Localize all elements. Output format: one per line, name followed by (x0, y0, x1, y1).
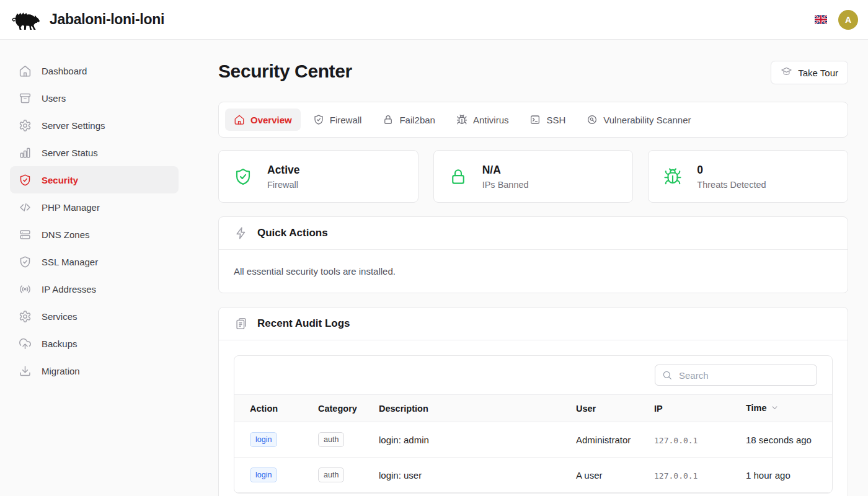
column-header-user[interactable]: User (576, 395, 654, 422)
quick-actions-header: Quick Actions (219, 217, 848, 250)
uk-flag-icon[interactable] (815, 15, 827, 24)
clipboard-icon (234, 317, 248, 330)
avatar[interactable]: A (838, 10, 858, 30)
graduation-cap-icon (781, 65, 792, 80)
main-content: Security Center Take Tour OverviewFirewa… (188, 40, 868, 496)
audit-table: ActionCategoryDescriptionUserIPTime logi… (234, 394, 832, 493)
search-input[interactable] (655, 365, 817, 386)
stat-value: N/A (482, 162, 529, 177)
ip-value: 127.0.0.1 (654, 471, 698, 480)
tab-firewall[interactable]: Firewall (304, 108, 371, 131)
stat-text: ActiveFirewall (267, 162, 300, 191)
cell-action: login (234, 458, 318, 493)
lock-icon (383, 114, 394, 125)
sidebar-item-security[interactable]: Security (10, 166, 179, 193)
cell-time: 18 seconds ago (746, 422, 832, 458)
broadcast-icon (19, 283, 32, 296)
stat-label: Threats Detected (697, 179, 766, 191)
tab-ssh[interactable]: SSH (521, 108, 574, 131)
tab-overview[interactable]: Overview (225, 108, 301, 131)
header-actions: A (815, 10, 858, 30)
column-header-category[interactable]: Category (318, 395, 379, 422)
audit-table-card: ActionCategoryDescriptionUserIPTime logi… (234, 355, 833, 494)
audit-logs-body: ActionCategoryDescriptionUserIPTime logi… (219, 340, 848, 496)
cell-description: login: admin (379, 422, 576, 458)
sidebar-item-label: Users (42, 93, 66, 104)
ip-value: 127.0.0.1 (654, 436, 698, 445)
sidebar-item-services[interactable]: Services (10, 303, 179, 330)
sidebar-item-label: Server Status (42, 148, 98, 158)
column-label: User (576, 404, 596, 414)
quick-actions-message: All essential security tools are install… (234, 266, 833, 277)
stat-value: Active (267, 162, 300, 177)
tab-label: Overview (250, 115, 292, 125)
terminal-icon (529, 114, 541, 125)
sidebar-item-label: SSL Manager (42, 257, 98, 267)
table-row: loginauthlogin: adminAdministrator127.0.… (234, 422, 832, 458)
stat-label: IPs Banned (482, 179, 529, 191)
shield-check-icon (313, 114, 324, 125)
brand[interactable]: Jabaloni-loni-loni (10, 6, 164, 33)
sidebar-item-php-manager[interactable]: PHP Manager (10, 193, 179, 221)
gear-icon (19, 310, 32, 323)
stat-card-firewall: ActiveFirewall (218, 150, 418, 203)
column-header-description[interactable]: Description (379, 395, 576, 422)
category-badge: auth (318, 432, 344, 447)
sidebar-item-server-status[interactable]: Server Status (10, 139, 179, 166)
sidebar: DashboardUsersServer SettingsServer Stat… (0, 40, 188, 496)
cell-category: auth (318, 422, 379, 458)
column-header-ip[interactable]: IP (654, 395, 746, 422)
column-header-action[interactable]: Action (234, 395, 318, 422)
tab-label: Antivirus (473, 115, 509, 125)
bug-icon (456, 114, 467, 125)
app-shell: DashboardUsersServer SettingsServer Stat… (0, 40, 868, 496)
sidebar-item-label: Backups (42, 339, 78, 349)
server-icon (19, 228, 32, 241)
tab-antivirus[interactable]: Antivirus (448, 108, 518, 131)
status-cards: ActiveFirewallN/AIPs Banned0Threats Dete… (218, 150, 848, 203)
sidebar-item-users[interactable]: Users (10, 84, 179, 112)
code-icon (19, 201, 32, 214)
stat-card-threats-detected: 0Threats Detected (648, 150, 848, 203)
action-badge: login (250, 467, 277, 482)
quick-actions-title: Quick Actions (257, 227, 328, 239)
tab-vulnerability-scanner[interactable]: Vulnerability Scanner (578, 108, 699, 131)
stat-text: 0Threats Detected (697, 162, 766, 191)
stat-card-ips-banned: N/AIPs Banned (433, 150, 634, 203)
sidebar-item-label: IP Addresses (42, 284, 96, 294)
take-tour-button[interactable]: Take Tour (771, 61, 848, 84)
tab-label: Fail2ban (399, 115, 435, 125)
sidebar-item-server-settings[interactable]: Server Settings (10, 112, 179, 139)
stat-value: 0 (697, 162, 766, 177)
brand-title: Jabaloni-loni-loni (50, 11, 164, 28)
stat-text: N/AIPs Banned (482, 162, 529, 191)
column-header-time[interactable]: Time (746, 395, 832, 422)
sidebar-item-label: Services (42, 311, 78, 322)
sidebar-item-ip-addresses[interactable]: IP Addresses (10, 275, 179, 303)
sidebar-item-dns-zones[interactable]: DNS Zones (10, 221, 179, 248)
stat-label: Firewall (267, 179, 300, 191)
sidebar-item-dashboard[interactable]: Dashboard (10, 57, 179, 84)
cell-description: login: user (379, 458, 576, 493)
shield-check-icon (234, 167, 252, 186)
cell-user: A user (576, 458, 654, 493)
tab-fail2ban[interactable]: Fail2ban (374, 108, 444, 131)
audit-logs-title: Recent Audit Logs (257, 317, 350, 330)
sidebar-item-migration[interactable]: Migration (10, 357, 179, 384)
sidebar-item-backups[interactable]: Backups (10, 330, 179, 357)
table-header-row: ActionCategoryDescriptionUserIPTime (234, 395, 832, 422)
search-box (655, 365, 817, 386)
chevron-down-icon[interactable] (770, 403, 779, 414)
download-icon (19, 365, 32, 378)
sidebar-item-label: Server Settings (42, 120, 105, 131)
column-label: Category (318, 404, 357, 414)
table-row: loginauthlogin: userA user127.0.0.11 hou… (234, 458, 832, 493)
sidebar-item-label: Migration (42, 366, 80, 376)
home-icon (19, 64, 32, 78)
sidebar-item-ssl-manager[interactable]: SSL Manager (10, 248, 179, 275)
bug-icon (663, 167, 682, 186)
tab-label: SSH (546, 115, 565, 125)
cell-user: Administrator (576, 422, 654, 458)
cell-ip: 127.0.0.1 (654, 458, 746, 493)
column-label: Description (379, 404, 428, 414)
